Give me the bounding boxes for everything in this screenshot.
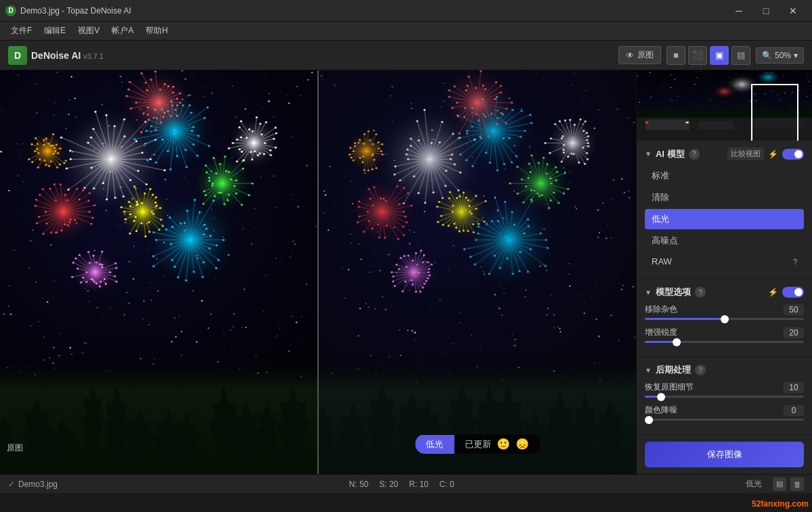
post-processing-arrow[interactable]: ▼	[645, 367, 652, 374]
ai-model-help[interactable]: ?	[689, 149, 700, 160]
menu-file[interactable]: 文件F	[5, 23, 37, 39]
post-processing-title: 后期处理	[656, 364, 691, 376]
remove-noise-value[interactable]: 50	[784, 304, 804, 315]
raw-help-icon[interactable]: ?	[793, 258, 797, 266]
remove-noise-label: 移除杂色	[645, 304, 677, 315]
minimize-button[interactable]: ─	[725, 0, 752, 22]
app-version: v3.7.1	[83, 52, 104, 60]
model-raw[interactable]: RAW ?	[645, 252, 804, 271]
right-panel: ▼ AI 模型 ? 比较视图 ⚡ 标准 清除 低光	[636, 70, 812, 474]
left-label: 原图	[7, 442, 23, 454]
sharpen-track[interactable]	[645, 341, 804, 343]
titlebar-left: D Demo3.jpg - Topaz DeNoise AI	[5, 5, 131, 16]
color-noise-label: 颜色降噪	[645, 404, 677, 416]
file-check-item: ✓ Demo3.jpg	[8, 480, 58, 489]
canvas-bg-left	[0, 70, 317, 474]
delete-btn[interactable]: 🗑	[790, 478, 804, 491]
recover-detail-track[interactable]	[645, 396, 804, 398]
remove-noise-thumb[interactable]	[721, 315, 729, 323]
menubar: 文件F 编辑E 视图V 帐户A 帮助H	[0, 22, 812, 41]
model-clear[interactable]: 清除	[645, 187, 804, 208]
canvas-area[interactable]: 原图 低光 已更新 🙂 😞	[0, 70, 636, 474]
post-processing-header: ▼ 后期处理 ?	[645, 364, 804, 376]
notif-right: 已更新 🙂 😞	[454, 434, 540, 454]
color-noise-track[interactable]	[645, 419, 804, 421]
thumbnail-nav-box[interactable]	[751, 84, 798, 141]
color-noise-label-row: 颜色降噪 0	[645, 404, 804, 416]
recover-detail-thumb[interactable]	[657, 393, 665, 401]
close-button[interactable]: ✕	[780, 0, 807, 22]
app-title-group: DeNoise AI v3.7.1	[31, 50, 104, 61]
r-label: R: 10	[409, 480, 429, 489]
emoji-happy[interactable]: 🙂	[497, 438, 510, 450]
menu-help[interactable]: 帮助H	[140, 23, 173, 39]
recover-detail-value[interactable]: 10	[784, 382, 804, 393]
recover-detail-slider: 恢复原图细节 10	[645, 381, 804, 398]
remove-noise-label-row: 移除杂色 50	[645, 304, 804, 315]
app-icon: D	[5, 5, 16, 16]
titlebar: D Demo3.jpg - Topaz DeNoise AI ─ □ ✕	[0, 0, 812, 22]
lightning-icon: ⚡	[768, 149, 778, 159]
c-label: C: 0	[439, 480, 454, 489]
check-icon: ✓	[8, 480, 15, 489]
window-title: Demo3.jpg - Topaz DeNoise AI	[20, 6, 131, 16]
canvas-right[interactable]: 低光 已更新 🙂 😞	[317, 70, 636, 474]
zoom-dropdown-icon: ▾	[794, 51, 798, 60]
maximize-button[interactable]: □	[752, 0, 780, 22]
logo-icon: D	[8, 46, 27, 65]
model-options-right: ⚡	[768, 287, 804, 298]
model-options-section: ▼ 模型选项 ? ⚡ 移除杂色 50	[637, 279, 812, 357]
model-options-header: ▼ 模型选项 ? ⚡	[645, 286, 804, 298]
color-noise-thumb[interactable]	[645, 416, 653, 424]
save-button[interactable]: 保存图像	[645, 442, 804, 467]
menu-view[interactable]: 视图V	[72, 23, 105, 39]
sharpen-thumb[interactable]	[673, 338, 681, 346]
zoom-icon: 🔍	[762, 51, 772, 60]
s-label: S: 20	[379, 480, 398, 489]
content-area: 原图 低光 已更新 🙂 😞	[0, 70, 812, 474]
menu-account[interactable]: 帐户A	[106, 23, 139, 39]
view-split-v[interactable]: ▣	[710, 46, 729, 65]
recover-detail-label: 恢复原图细节	[645, 381, 694, 393]
zoom-level: 50%	[775, 51, 791, 60]
view-grid[interactable]: ▤	[731, 46, 750, 65]
model-lowlight[interactable]: 低光	[645, 209, 804, 229]
app-logo: D DeNoise AI v3.7.1	[8, 46, 104, 65]
notif-model: 低光	[415, 435, 454, 454]
toolbar: D DeNoise AI v3.7.1 👁 原图 ■ ⬛ ▣ ▤ 🔍 50% ▾	[0, 41, 812, 70]
sharpen-fill	[645, 341, 677, 343]
status-info: N: 50 S: 20 R: 10 C: 0	[349, 480, 454, 489]
status-model: 低光	[746, 478, 762, 490]
post-processing-help[interactable]: ?	[695, 365, 706, 375]
color-noise-value[interactable]: 0	[784, 405, 804, 416]
model-standard[interactable]: 标准	[645, 166, 804, 186]
canvas-bg-right	[319, 70, 636, 474]
titlebar-controls[interactable]: ─ □ ✕	[725, 0, 807, 22]
model-options-arrow[interactable]: ▼	[645, 289, 652, 296]
ai-model-title: AI 模型	[656, 148, 685, 160]
remove-noise-track[interactable]	[645, 318, 804, 320]
ai-model-section: ▼ AI 模型 ? 比较视图 ⚡ 标准 清除 低光	[637, 141, 812, 279]
model-highnoise[interactable]: 高噪点	[645, 231, 804, 251]
canvas-left[interactable]: 原图	[0, 70, 317, 474]
compare-view-btn[interactable]: 比较视图	[727, 147, 764, 160]
ai-model-arrow[interactable]: ▼	[645, 150, 652, 158]
model-options-help[interactable]: ?	[695, 287, 706, 298]
sharpen-value[interactable]: 20	[784, 327, 804, 338]
lightning-icon-2: ⚡	[768, 287, 778, 297]
menu-edit[interactable]: 编辑E	[39, 23, 71, 39]
notification-bar: 低光 已更新 🙂 😞	[415, 434, 540, 454]
post-processing-section: ▼ 后期处理 ? 恢复原图细节 10 颜色降噪 0	[637, 357, 812, 435]
remove-noise-fill	[645, 318, 725, 320]
zoom-control[interactable]: 🔍 50% ▾	[756, 47, 804, 64]
filename: Demo3.jpg	[18, 480, 58, 489]
ai-model-header: ▼ AI 模型 ? 比较视图 ⚡	[645, 147, 804, 160]
view-single[interactable]: ■	[667, 46, 685, 65]
preview-button[interactable]: 👁 原图	[618, 46, 661, 64]
view-split-h[interactable]: ⬛	[688, 46, 707, 65]
emoji-sad[interactable]: 😞	[516, 438, 529, 450]
model-options-toggle[interactable]	[782, 287, 804, 298]
grid-view-btn[interactable]: ▤	[773, 478, 786, 491]
ai-model-toggle[interactable]	[782, 149, 804, 160]
recover-detail-label-row: 恢复原图细节 10	[645, 381, 804, 393]
